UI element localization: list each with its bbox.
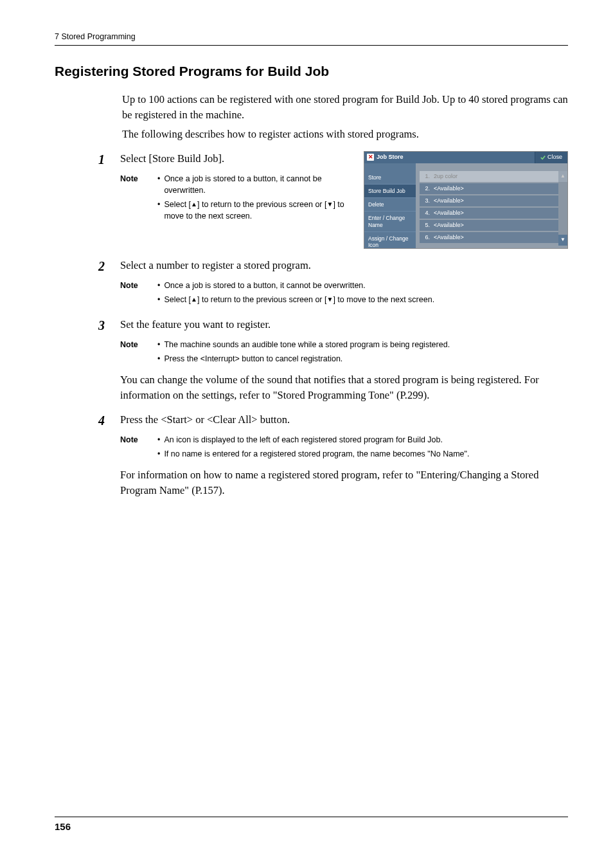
page-content: 7 Stored Programming Registering Stored …	[0, 0, 613, 518]
shot-titlebar: ✕ Job Store Close	[364, 152, 567, 163]
note-text: Press the <Interrupt> button to cancel r…	[164, 353, 342, 365]
step-3-text: Set the feature you want to register.	[120, 317, 568, 332]
shot-list: 1. 2up color 2. <Available> 3. <Availabl…	[416, 163, 567, 248]
row-number: 6.	[423, 233, 430, 242]
step-2-text: Select a number to register a stored pro…	[120, 258, 568, 273]
running-head: 7 Stored Programming	[55, 32, 568, 46]
bullet-icon: •	[157, 434, 160, 446]
scroll-up-button[interactable]: ▲	[558, 171, 567, 182]
row-number: 2.	[423, 185, 430, 193]
step-4: 4 Press the <Start> or <Clear All> butto…	[98, 412, 568, 498]
row-number: 5.	[423, 221, 430, 230]
step-1-text: Select [Store Build Job].	[120, 151, 352, 167]
note-fragment: ] to move to the next screen.	[333, 295, 434, 304]
sidebar-item-store[interactable]: Store	[364, 171, 416, 184]
x-icon: ✕	[367, 154, 374, 161]
note-text: Select [▲] to return to the previous scr…	[164, 294, 434, 305]
row-label: <Available>	[434, 221, 464, 230]
list-item[interactable]: 5. <Available>	[420, 220, 565, 231]
intro-block: Up to 100 actions can be registered with…	[122, 92, 568, 142]
bullet-icon: •	[157, 353, 160, 365]
note-text: An icon is displayed to the left of each…	[164, 434, 443, 446]
note-text: Once a job is stored to a button, it can…	[164, 173, 352, 196]
row-label: <Available>	[434, 209, 464, 217]
page-footer: 156	[55, 817, 568, 832]
note-fragment: ] to return to the previous screen or [	[197, 295, 327, 304]
intro-paragraph-2: The following describes how to register …	[122, 127, 568, 142]
list-item[interactable]: 6. <Available>	[420, 232, 565, 243]
sidebar-item-assign-change-icon[interactable]: Assign / Change Icon	[364, 231, 416, 251]
row-label: <Available>	[434, 233, 464, 242]
step-1: 1 Select [Store Build Job]. Note • Once …	[98, 151, 568, 249]
step-1-note: Note • Once a job is stored to a button,…	[120, 173, 352, 225]
note-label: Note	[120, 434, 143, 462]
note-label: Note	[120, 173, 143, 225]
note-text: The machine sounds an audible tone while…	[164, 339, 450, 350]
check-icon	[540, 155, 546, 160]
page-number: 156	[55, 821, 71, 832]
step-4-paragraph: For information on how to name a registe…	[120, 467, 568, 498]
step-number: 3	[98, 317, 112, 403]
sidebar-item-enter-change-name[interactable]: Enter / Change Name	[364, 211, 416, 231]
close-label: Close	[547, 153, 562, 161]
step-number: 1	[98, 151, 112, 249]
row-number: 1.	[423, 172, 430, 181]
step-number: 4	[98, 412, 112, 498]
step-3: 3 Set the feature you want to register. …	[98, 317, 568, 403]
triangle-up-icon: ▲	[191, 200, 197, 210]
step-2-note: Note • Once a job is stored to a button,…	[120, 280, 568, 308]
list-item[interactable]: 4. <Available>	[420, 208, 565, 219]
row-label: <Available>	[434, 185, 464, 193]
close-button[interactable]: Close	[535, 152, 567, 163]
row-number: 3.	[423, 197, 430, 205]
triangle-down-icon: ▼	[326, 200, 333, 210]
job-store-screenshot: ✕ Job Store Close Store Store Bui	[364, 151, 568, 249]
bullet-icon: •	[157, 448, 160, 460]
row-label: 2up color	[434, 172, 458, 181]
triangle-up-icon: ▲	[191, 295, 197, 305]
note-text: Once a job is stored to a button, it can…	[164, 280, 365, 291]
list-item[interactable]: 3. <Available>	[420, 195, 565, 206]
step-4-note: Note • An icon is displayed to the left …	[120, 434, 568, 462]
scrollbar[interactable]: ▲ ▼	[558, 171, 567, 246]
scroll-down-button[interactable]: ▼	[558, 235, 567, 246]
bullet-icon: •	[157, 294, 160, 305]
bullet-icon: •	[157, 173, 160, 196]
step-3-note: Note • The machine sounds an audible ton…	[120, 339, 568, 367]
bullet-icon: •	[157, 339, 160, 350]
step-2: 2 Select a number to register a stored p…	[98, 258, 568, 308]
bullet-icon: •	[157, 199, 160, 222]
note-fragment: Select [	[164, 295, 191, 304]
sidebar-item-store-build-job[interactable]: Store Build Job	[364, 184, 416, 197]
step-number: 2	[98, 258, 112, 308]
note-label: Note	[120, 280, 143, 308]
note-fragment: Select [	[164, 200, 191, 209]
intro-paragraph-1: Up to 100 actions can be registered with…	[122, 92, 568, 123]
note-text: If no name is entered for a registered s…	[164, 448, 469, 460]
row-label: <Available>	[434, 197, 464, 205]
note-fragment: ] to return to the previous screen or [	[197, 200, 327, 209]
triangle-down-icon: ▼	[326, 295, 333, 305]
list-item[interactable]: 2. <Available>	[420, 183, 565, 194]
row-number: 4.	[423, 209, 430, 217]
step-3-paragraph: You can change the volume of the sound t…	[120, 372, 568, 403]
note-text: Select [▲] to return to the previous scr…	[164, 199, 352, 222]
section-title: Registering Stored Programs for Build Jo…	[55, 64, 568, 79]
sidebar-item-delete[interactable]: Delete	[364, 197, 416, 211]
list-item[interactable]: 1. 2up color	[420, 171, 565, 182]
shot-sidebar: Store Store Build Job Delete Enter / Cha…	[364, 163, 416, 248]
scroll-track[interactable]	[558, 182, 567, 235]
shot-title: Job Store	[377, 153, 404, 161]
bullet-icon: •	[157, 280, 160, 291]
note-label: Note	[120, 339, 143, 367]
step-4-text: Press the <Start> or <Clear All> button.	[120, 412, 568, 428]
